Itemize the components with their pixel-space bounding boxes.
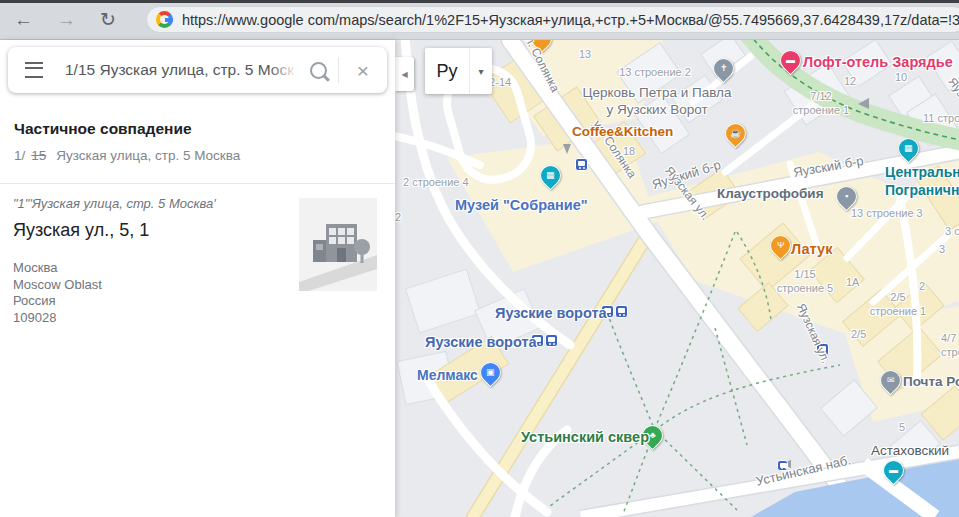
building-number: 11 строение bbox=[923, 112, 959, 126]
museum-icon: ▦ bbox=[546, 171, 555, 180]
result-title[interactable]: Яузская ул., 5, 1 bbox=[13, 220, 149, 241]
match-text: Яузская улица, стр. 5 Москва bbox=[56, 148, 240, 163]
chevron-down-icon[interactable]: ▾ bbox=[469, 48, 492, 94]
layer-label: Ру bbox=[425, 61, 469, 82]
search-button[interactable] bbox=[298, 62, 338, 79]
back-icon[interactable]: ← bbox=[14, 10, 33, 29]
map-canvas[interactable]: ул. Солянка ул. Солянка 13 13 строение 2… bbox=[395, 40, 959, 517]
reload-icon[interactable]: ↻ bbox=[100, 10, 116, 29]
result-thumbnail[interactable] bbox=[299, 198, 377, 291]
building-number: 10 bbox=[895, 71, 907, 85]
building-number: 18 bbox=[623, 145, 635, 159]
poi-label-border-museum[interactable]: Центральный Пограничный bbox=[885, 164, 959, 199]
browser-toolbar: ← → ↻ https://www.google com/maps/search… bbox=[0, 0, 959, 40]
search-icon bbox=[310, 62, 327, 79]
building-number: 5 bbox=[899, 421, 905, 435]
transit-label-yauzskie-vorota[interactable]: Яузские ворота bbox=[495, 304, 607, 322]
envelope-icon: ✉ bbox=[887, 376, 895, 385]
section-title: Частичное совпадение bbox=[14, 120, 192, 138]
tree-icon: ♣ bbox=[650, 431, 656, 440]
map-layer-control[interactable]: Ру ▾ bbox=[425, 48, 492, 94]
building-number: 13 bbox=[579, 48, 591, 62]
search-box[interactable]: 1/15 Яузская улица, стр. 5 Моск × bbox=[8, 47, 387, 93]
collapse-panel-button[interactable]: ◀ bbox=[395, 57, 414, 91]
poi-label-loft-hotel[interactable]: Лофт-отель Зарядье bbox=[803, 53, 953, 71]
building-number: 7/12 строение 1 bbox=[778, 90, 864, 118]
address-line: Moscow Oblast bbox=[13, 277, 102, 294]
fork-icon: Ψ bbox=[777, 241, 785, 250]
close-icon[interactable]: × bbox=[339, 60, 387, 81]
poi-label-ustinsky-skver[interactable]: Устьинский сквер bbox=[521, 428, 649, 446]
result-address: Москва Moscow Oblast Россия 109028 bbox=[13, 260, 102, 326]
url-bar[interactable]: https://www.google com/maps/search/1%2F1… bbox=[146, 6, 959, 33]
museum-icon: ▦ bbox=[904, 144, 913, 153]
bridge-icon: ▬ bbox=[889, 466, 898, 475]
building-number: 2/5 bbox=[851, 328, 866, 342]
search-input[interactable]: 1/15 Яузская улица, стр. 5 Моск bbox=[65, 61, 298, 79]
match-row[interactable]: 1/15Яузская улица, стр. 5 Москва bbox=[14, 148, 240, 163]
poi-label-museum-sobranie[interactable]: Музей "Собрание" bbox=[455, 196, 588, 214]
match-prefix: 1/ bbox=[14, 148, 25, 163]
address-line: 109028 bbox=[13, 310, 102, 327]
poi-label-klaustrofobia[interactable]: Клаустрофобия bbox=[717, 186, 824, 203]
building-number: 3 ст bbox=[945, 225, 959, 239]
building-number: 2 bbox=[395, 211, 401, 225]
building-number: 4/7 строен bbox=[941, 332, 959, 360]
window-top-edge bbox=[0, 0, 959, 3]
building-number: 1А bbox=[846, 276, 859, 290]
poi-label-astakhovsky-bridge[interactable]: Астаховский bbox=[871, 443, 949, 460]
building-number: 13 строение 2 bbox=[603, 66, 707, 80]
url-text[interactable]: https://www.google com/maps/search/1%2F1… bbox=[182, 12, 959, 28]
cross-icon: ✝ bbox=[720, 64, 728, 73]
building-number: 2 строение 4 bbox=[403, 176, 469, 190]
match-struck: 15 bbox=[31, 148, 46, 163]
poi-label-latuk[interactable]: Латук bbox=[791, 240, 832, 258]
google-favicon bbox=[156, 11, 173, 28]
address-line: Москва bbox=[13, 260, 102, 277]
building-number: 2/5 строение 1 bbox=[855, 291, 941, 319]
bed-icon: ▬ bbox=[786, 56, 795, 65]
poi-label-melmaks[interactable]: Мелмакс bbox=[417, 367, 478, 385]
bus-stop-icon[interactable] bbox=[615, 305, 628, 318]
coffee-icon: ☕ bbox=[730, 129, 741, 138]
poi-label-church[interactable]: Церковь Петра и Павла у Яузских Ворот bbox=[573, 85, 741, 119]
transit-label-yauzskie-vorota[interactable]: Яузские ворота bbox=[425, 333, 537, 351]
poi-label-coffee[interactable]: Coffee&Kitchen bbox=[572, 124, 673, 141]
building-number: 13 строение 3 bbox=[851, 207, 923, 221]
shopping-bag-icon: ▣ bbox=[486, 368, 495, 377]
address-line: Россия bbox=[13, 293, 102, 310]
text-fade bbox=[268, 61, 298, 79]
result-quote: "1"'Яузская улица, стр. 5 Москва' bbox=[13, 196, 216, 211]
menu-icon[interactable] bbox=[25, 62, 43, 78]
forward-icon[interactable]: → bbox=[57, 10, 76, 29]
building-number: 12 bbox=[844, 75, 856, 89]
google-maps-browser-window: ← → ↻ https://www.google com/maps/search… bbox=[0, 0, 959, 517]
bus-stop-icon[interactable] bbox=[545, 334, 558, 347]
building-number: 1/15 строение 5 bbox=[762, 268, 848, 296]
building-number: 3 bbox=[939, 243, 945, 257]
poi-label-pochta[interactable]: Почта России bbox=[903, 374, 959, 391]
bus-stop-icon[interactable] bbox=[575, 158, 588, 171]
dot-icon: ▪ bbox=[845, 192, 848, 201]
divider bbox=[0, 183, 395, 184]
search-results-panel: 1/15 Яузская улица, стр. 5 Моск × Частич… bbox=[0, 40, 395, 517]
